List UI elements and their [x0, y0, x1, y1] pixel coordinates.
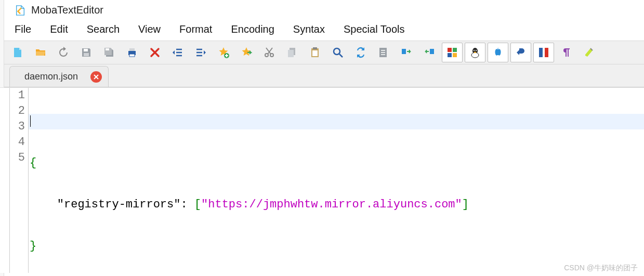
reload-icon[interactable]: [53, 43, 74, 62]
svg-point-14: [334, 48, 340, 55]
menubar: File Edit Search View Format Encoding Sy…: [0, 19, 644, 41]
svg-rect-19: [453, 48, 457, 52]
new-file-icon[interactable]: [7, 43, 28, 62]
search-magnifier-icon[interactable]: [327, 43, 348, 62]
outdent-icon[interactable]: [167, 43, 188, 62]
transfer-right-icon[interactable]: [396, 43, 417, 62]
editor: 1 2 3 4 5 { "registry-mirrors": ["https:…: [0, 87, 644, 273]
undo-icon[interactable]: [510, 43, 531, 62]
tab-label: daemon.json: [24, 71, 78, 82]
bookmark-next-icon[interactable]: [236, 43, 257, 62]
linux-icon[interactable]: [465, 43, 485, 62]
save-all-icon[interactable]: [99, 43, 120, 62]
highlighter-icon[interactable]: [579, 43, 600, 62]
compare-icon[interactable]: [533, 43, 554, 62]
code-area[interactable]: { "registry-mirrors": ["https://jmphwhtw…: [29, 88, 644, 273]
tab-daemon-json[interactable]: daemon.json: [9, 66, 109, 87]
code-line-3: "registry-mirrors": ["https://jmphwhtw.m…: [29, 197, 644, 213]
svg-rect-2: [106, 48, 109, 50]
menu-edit[interactable]: Edit: [50, 23, 68, 35]
svg-point-23: [471, 52, 479, 58]
code-line-4: }: [29, 239, 644, 254]
watermark: CSDN @牛奶味的团子: [564, 264, 638, 273]
line-gutter: 1 2 3 4 5: [10, 88, 29, 273]
menu-encoding[interactable]: Encoding: [231, 23, 274, 35]
cursor: [30, 115, 31, 127]
app-icon: [15, 5, 26, 16]
svg-point-25: [476, 50, 477, 51]
menu-search[interactable]: Search: [87, 23, 120, 35]
svg-rect-1: [84, 53, 89, 56]
open-folder-icon[interactable]: [30, 43, 51, 62]
svg-rect-26: [539, 48, 543, 57]
menu-file[interactable]: File: [15, 23, 31, 35]
svg-rect-17: [430, 49, 434, 54]
svg-point-24: [474, 50, 475, 51]
svg-rect-0: [84, 49, 88, 51]
svg-rect-13: [312, 50, 318, 56]
line-number: 3: [10, 119, 25, 135]
paste-icon[interactable]: [305, 43, 325, 62]
line-number: 4: [10, 135, 25, 150]
cut-icon[interactable]: [259, 43, 280, 62]
print-icon[interactable]: [122, 43, 142, 62]
svg-rect-12: [313, 47, 317, 49]
line-number: 5: [10, 150, 25, 166]
close-icon[interactable]: [144, 43, 165, 62]
svg-rect-18: [448, 48, 452, 52]
menu-special-tools[interactable]: Special Tools: [344, 23, 404, 35]
windows-icon[interactable]: [442, 43, 463, 62]
transfer-left-icon[interactable]: [419, 43, 440, 62]
save-icon[interactable]: [76, 43, 97, 62]
menu-syntax[interactable]: Syntax: [293, 23, 325, 35]
copy-icon[interactable]: [282, 43, 303, 62]
tab-close-icon[interactable]: [90, 71, 102, 83]
menu-view[interactable]: View: [138, 23, 161, 35]
document-list-icon[interactable]: [373, 43, 394, 62]
svg-rect-5: [129, 54, 135, 57]
line-number: 1: [10, 88, 25, 103]
bookmark-add-icon[interactable]: [213, 43, 234, 62]
svg-rect-21: [453, 53, 457, 57]
svg-rect-27: [545, 48, 548, 57]
menu-format[interactable]: Format: [179, 23, 212, 35]
svg-rect-20: [448, 53, 452, 57]
svg-rect-16: [402, 49, 406, 54]
svg-rect-10: [288, 50, 294, 57]
code-line-1: [29, 114, 644, 129]
pilcrow-icon[interactable]: [556, 43, 577, 62]
tabbar: daemon.json: [0, 64, 644, 87]
code-line-2: {: [29, 155, 644, 171]
titlebar: MobaTextEditor: [0, 0, 644, 19]
svg-rect-4: [129, 48, 135, 51]
toolbar: [0, 41, 644, 64]
indent-icon[interactable]: [190, 43, 211, 62]
line-number: 2: [10, 103, 25, 119]
apple-icon[interactable]: [488, 43, 508, 62]
app-title: MobaTextEditor: [31, 4, 103, 16]
replace-icon[interactable]: [350, 43, 371, 62]
